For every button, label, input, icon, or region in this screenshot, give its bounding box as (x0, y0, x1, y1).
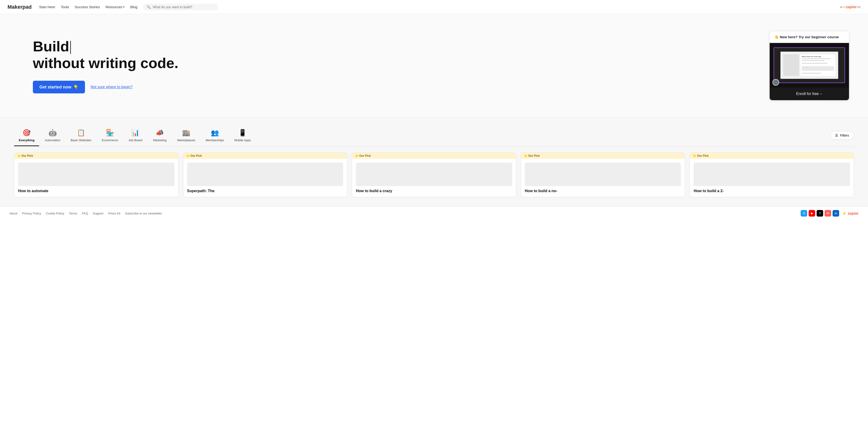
categories-row: 🎯 Everything 🤖 Automation 📋 Basic Websit… (14, 125, 854, 146)
mobile-apps-icon: 📱 (239, 129, 247, 136)
card-0-title: How to automate (18, 189, 175, 193)
cat-item-basic-websites[interactable]: 📋 Basic Websites (66, 125, 96, 146)
nav-link-start-here[interactable]: Start Here (39, 5, 55, 9)
cat-item-mobile-apps[interactable]: 📱 Mobile Apps (229, 125, 256, 146)
ecommerce-icon: 🏪 (106, 129, 114, 136)
cards-section: 🌟 Our Pick How to automate 🌟 Our Pick Su… (0, 147, 868, 207)
hero-title: Build without writing code. (33, 38, 769, 71)
course-content-block4 (802, 66, 834, 71)
cursor-blink (70, 41, 71, 54)
cat-item-ecommerce[interactable]: 🏪 Ecommerce (97, 125, 123, 146)
footer-zapier-logo: ⚡ zapier (842, 211, 859, 216)
nav-link-blog[interactable]: Blog (130, 5, 137, 9)
job-board-icon: 📊 (131, 129, 140, 136)
course-content-block1 (802, 58, 831, 59)
footer-link-support[interactable]: Support (93, 212, 103, 215)
card-0[interactable]: 🌟 Our Pick How to automate (14, 153, 178, 197)
footer-link-terms[interactable]: Terms (69, 212, 77, 215)
footer-link-cookie[interactable]: Cookie Policy (46, 212, 64, 215)
everything-icon: 🎯 (23, 129, 31, 136)
course-card: 👋 New here? Try our beginner course Buil… (769, 31, 849, 100)
card-1-badge: 🌟 Our Pick (183, 153, 347, 159)
nav-search-box: 🔍 (143, 4, 218, 10)
memberships-icon: 👥 (211, 129, 219, 136)
course-content-block3 (802, 63, 828, 64)
nav-logo[interactable]: Makerpad (7, 4, 32, 10)
card-2-thumbnail (356, 163, 512, 186)
linkedin-button[interactable]: in (833, 210, 839, 217)
course-video-content: Build a basic one screen app (783, 55, 835, 76)
course-card-inner: 👋 New here? Try our beginner course Buil… (769, 31, 849, 100)
marketplaces-icon: 🏬 (182, 129, 190, 136)
chevron-down-icon: ▾ (123, 5, 125, 8)
card-2-body: How to build a crazy (352, 159, 516, 197)
hero-content: Build without writing code. Get started … (33, 38, 769, 94)
nav-link-tools[interactable]: Tools (61, 5, 69, 9)
card-3[interactable]: 🌟 Our Pick How to build a no- (521, 153, 685, 197)
ih-button[interactable]: IH (825, 210, 831, 217)
footer-link-faq[interactable]: FAQ (82, 212, 88, 215)
cat-item-marketing[interactable]: 📣 Marketing (148, 125, 172, 146)
cat-item-memberships[interactable]: 👥 Memberships (201, 125, 228, 146)
marketplaces-label: Marketplaces (177, 138, 195, 142)
card-3-badge: 🌟 Our Pick (521, 153, 685, 159)
footer-link-newsletter[interactable]: Subscribe to our newsletter (125, 212, 162, 215)
nav-resources-dropdown[interactable]: Resources ▾ (105, 5, 125, 9)
course-main-area: Build a basic one screen app (800, 55, 835, 76)
card-2[interactable]: 🌟 Our Pick How to build a crazy (352, 153, 516, 197)
ecommerce-label: Ecommerce (102, 138, 118, 142)
card-4[interactable]: 🌟 Our Pick How to build a 2- (690, 153, 854, 197)
nav-links: Start Here Tools Success Stories Resourc… (39, 5, 137, 9)
get-started-button[interactable]: Get started now 👇 (33, 81, 85, 93)
course-card-header: 👋 New here? Try our beginner course (770, 31, 849, 43)
cat-item-automation[interactable]: 🤖 Automation (40, 125, 65, 146)
footer: About Privacy Policy Cookie Policy Terms… (0, 207, 868, 220)
marketing-icon: 📣 (156, 129, 164, 136)
course-enroll-button[interactable]: Enroll for free→ (770, 88, 849, 100)
cat-item-marketplaces[interactable]: 🏬 Marketplaces (173, 125, 200, 146)
cat-item-everything[interactable]: 🎯 Everything (14, 125, 39, 146)
cards-grid: 🌟 Our Pick How to automate 🌟 Our Pick Su… (14, 153, 854, 197)
card-1-body: Superpath: The (183, 159, 347, 197)
filters-button[interactable]: ☰ Filters (830, 131, 854, 140)
footer-link-about[interactable]: About (9, 212, 18, 215)
marketing-label: Marketing (153, 138, 166, 142)
card-3-title: How to build a no- (525, 189, 681, 193)
youtube-button[interactable]: ▶ (809, 210, 815, 217)
filters-label: Filters (840, 133, 849, 137)
card-4-title: How to build a 2- (693, 189, 850, 193)
footer-right: 𝕏 ▶ T IH in ⚡ zapier (801, 210, 859, 217)
search-input[interactable] (153, 5, 214, 9)
filter-icon: ☰ (835, 133, 838, 137)
memberships-label: Memberships (206, 138, 224, 142)
card-4-thumbnail (693, 163, 850, 186)
active-indicator (14, 146, 39, 146)
card-0-body: How to automate (14, 159, 178, 197)
everything-label: Everything (19, 138, 34, 142)
course-avatar (772, 79, 779, 86)
get-started-emoji: 👇 (73, 85, 79, 90)
course-content-block2 (802, 60, 824, 61)
course-video-screen: Build a basic one screen app (780, 52, 838, 79)
automation-label: Automation (45, 138, 60, 142)
nav-link-success-stories[interactable]: Success Stories (75, 5, 100, 9)
nav-resources-label: Resources (105, 5, 123, 9)
search-icon: 🔍 (147, 5, 151, 9)
card-1-thumbnail (187, 163, 343, 186)
basic-websites-label: Basic Websites (71, 138, 92, 142)
zapier-prefix: a (840, 5, 842, 9)
card-1[interactable]: 🌟 Our Pick Superpath: The (183, 153, 347, 197)
footer-link-press[interactable]: Press Kit (108, 212, 120, 215)
course-content-block5 (802, 73, 821, 74)
card-4-badge: 🌟 Our Pick (690, 153, 854, 159)
not-sure-link[interactable]: Not sure where to begin? (91, 85, 133, 89)
course-video-container[interactable]: Build a basic one screen app (770, 43, 849, 88)
footer-social-links: 𝕏 ▶ T IH in (801, 210, 839, 217)
course-title-bar: Build a basic one screen app (802, 56, 834, 57)
twitter-button[interactable]: 𝕏 (801, 210, 807, 217)
card-2-badge: 🌟 Our Pick (352, 153, 516, 159)
footer-link-privacy[interactable]: Privacy Policy (22, 212, 41, 215)
cat-item-job-board[interactable]: 📊 Job Board (124, 125, 147, 146)
hero-title-line1: Build (33, 38, 69, 55)
tiktok-button[interactable]: T (816, 210, 823, 217)
